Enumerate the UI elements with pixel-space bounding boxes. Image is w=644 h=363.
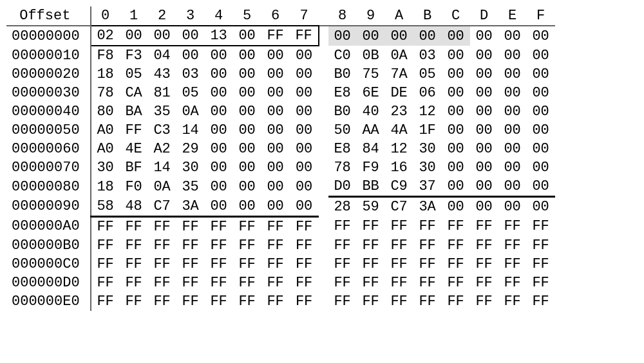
hex-byte: 00 [470, 177, 498, 197]
hex-byte: 4A [385, 121, 413, 140]
hex-byte: 00 [205, 197, 233, 217]
hex-byte: A0 [91, 140, 120, 158]
gap [319, 140, 328, 158]
hex-byte: FF [148, 274, 176, 292]
hex-byte: 00 [385, 26, 413, 46]
col-header: C [442, 6, 470, 26]
hex-byte: FF [120, 255, 148, 274]
hex-byte: 00 [233, 177, 261, 197]
hex-byte: B0 [328, 65, 357, 84]
hex-byte: 30 [176, 158, 205, 177]
hex-byte: 00 [470, 121, 498, 140]
hex-byte: 00 [261, 158, 290, 177]
hex-byte: 4E [120, 140, 148, 158]
hex-byte: 00 [470, 102, 498, 121]
hex-byte: 00 [498, 102, 527, 121]
hex-byte: 06 [413, 84, 442, 102]
hex-byte: 00 [290, 177, 319, 197]
hex-byte: FF [527, 274, 555, 292]
hex-byte: FF [233, 292, 261, 311]
hex-byte: F0 [120, 177, 148, 197]
hex-byte: 1F [413, 121, 442, 140]
hex-byte: FF [261, 255, 290, 274]
col-header: 2 [148, 6, 176, 26]
hex-byte: FF [328, 274, 357, 292]
hex-byte: FF [290, 292, 319, 311]
hex-byte: 00 [442, 197, 470, 217]
offset-value: 00000050 [6, 121, 91, 140]
hex-byte: FF [205, 236, 233, 255]
hex-byte: FF [120, 236, 148, 255]
gap [319, 236, 328, 255]
hex-byte: 02 [91, 26, 120, 46]
hex-byte: 00 [527, 65, 555, 84]
hex-byte: 00 [205, 46, 233, 65]
hex-byte: FF [357, 292, 385, 311]
hex-byte: FF [357, 274, 385, 292]
hex-byte: FF [205, 216, 233, 236]
hex-byte: 43 [148, 65, 176, 84]
col-header: A [385, 6, 413, 26]
col-header: 3 [176, 6, 205, 26]
hex-byte: 00 [498, 46, 527, 65]
hex-byte: FF [527, 236, 555, 255]
hex-byte: 29 [176, 140, 205, 158]
gap [319, 46, 328, 65]
hex-byte: FF [470, 274, 498, 292]
offset-value: 00000080 [6, 177, 91, 197]
offset-value: 00000060 [6, 140, 91, 158]
hex-byte: 00 [205, 102, 233, 121]
gap [319, 216, 328, 236]
hex-byte: CA [120, 84, 148, 102]
hex-byte: 00 [290, 65, 319, 84]
hex-byte: D0 [328, 177, 357, 197]
hex-byte: FF [442, 292, 470, 311]
hex-byte: 00 [290, 158, 319, 177]
hex-byte: 05 [176, 84, 205, 102]
hex-byte: FF [148, 292, 176, 311]
hex-byte: FF [290, 216, 319, 236]
hex-byte: 00 [261, 84, 290, 102]
hex-byte: FF [176, 292, 205, 311]
hex-byte: FF [176, 236, 205, 255]
col-header: 0 [91, 6, 120, 26]
hex-byte: FF [176, 255, 205, 274]
gap [319, 26, 328, 46]
hex-byte: 0A [176, 102, 205, 121]
hex-byte: 35 [148, 102, 176, 121]
hex-byte: 00 [261, 65, 290, 84]
col-header: F [527, 6, 555, 26]
hex-byte: 35 [176, 177, 205, 197]
hex-byte: 00 [413, 26, 442, 46]
hex-byte: 14 [176, 121, 205, 140]
offset-value: 00000020 [6, 65, 91, 84]
offset-value: 000000C0 [6, 255, 91, 274]
gap [319, 255, 328, 274]
hex-byte: 00 [442, 84, 470, 102]
hex-byte: FF [91, 292, 120, 311]
hex-byte: 3A [413, 197, 442, 217]
hex-byte: F8 [91, 46, 120, 65]
hex-byte: FF [470, 255, 498, 274]
hex-byte: 0A [148, 177, 176, 197]
hex-byte: FF [498, 255, 527, 274]
offset-value: 000000E0 [6, 292, 91, 311]
hex-byte: BB [357, 177, 385, 197]
hex-byte: FF [148, 255, 176, 274]
hex-byte: 04 [148, 46, 176, 65]
hex-byte: 00 [470, 84, 498, 102]
hex-byte: 78 [328, 158, 357, 177]
table-row: 000000905848C73A000000002859C73A00000000 [6, 197, 555, 217]
hex-byte: 81 [148, 84, 176, 102]
hex-byte: FF [176, 274, 205, 292]
hex-byte: 30 [413, 158, 442, 177]
hex-byte: 00 [261, 46, 290, 65]
hex-byte: A2 [148, 140, 176, 158]
hex-byte: FF [91, 274, 120, 292]
table-row: 000000D0FFFFFFFFFFFFFFFFFFFFFFFFFFFFFFFF [6, 274, 555, 292]
hex-byte: 00 [527, 158, 555, 177]
table-row: 0000003078CA810500000000E86EDE0600000000 [6, 84, 555, 102]
hex-byte: FF [233, 236, 261, 255]
hex-dump-table: Offset 0 1 2 3 4 5 6 7 8 9 A B C D E F 0… [6, 6, 555, 311]
hex-byte: 00 [233, 65, 261, 84]
